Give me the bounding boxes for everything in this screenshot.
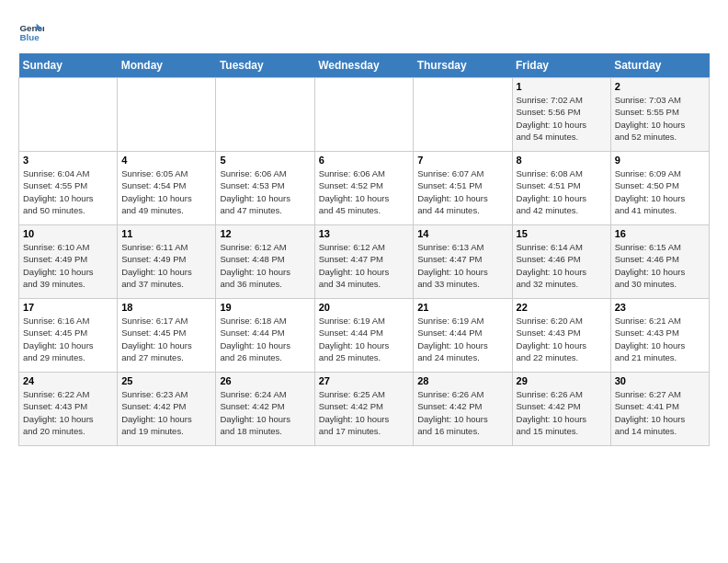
day-number: 18: [121, 302, 211, 313]
week-row-4: 17Sunrise: 6:16 AM Sunset: 4:45 PM Dayli…: [19, 299, 710, 373]
day-info: Sunrise: 6:19 AM Sunset: 4:44 PM Dayligh…: [417, 315, 507, 363]
day-info: Sunrise: 6:17 AM Sunset: 4:45 PM Dayligh…: [121, 315, 211, 363]
day-number: 7: [417, 155, 507, 166]
day-cell: 8Sunrise: 6:08 AM Sunset: 4:51 PM Daylig…: [512, 152, 610, 225]
day-info: Sunrise: 6:26 AM Sunset: 4:42 PM Dayligh…: [417, 388, 507, 437]
day-number: 11: [121, 228, 211, 239]
day-info: Sunrise: 7:02 AM Sunset: 5:56 PM Dayligh…: [517, 94, 607, 143]
day-info: Sunrise: 6:06 AM Sunset: 4:53 PM Dayligh…: [220, 167, 310, 216]
day-cell: [118, 78, 216, 152]
day-cell: 16Sunrise: 6:15 AM Sunset: 4:46 PM Dayli…: [610, 225, 709, 299]
day-number: 25: [121, 375, 211, 386]
day-info: Sunrise: 6:16 AM Sunset: 4:45 PM Dayligh…: [23, 315, 113, 363]
column-header-tuesday: Tuesday: [216, 53, 314, 78]
header-row: SundayMondayTuesdayWednesdayThursdayFrid…: [19, 53, 710, 78]
day-cell: [314, 78, 414, 152]
day-cell: 11Sunrise: 6:11 AM Sunset: 4:49 PM Dayli…: [118, 225, 216, 299]
day-cell: 19Sunrise: 6:18 AM Sunset: 4:44 PM Dayli…: [216, 299, 314, 373]
day-cell: 22Sunrise: 6:20 AM Sunset: 4:43 PM Dayli…: [512, 299, 610, 373]
day-info: Sunrise: 6:09 AM Sunset: 4:50 PM Dayligh…: [615, 167, 705, 216]
page-header: General Blue: [18, 18, 710, 44]
day-number: 23: [615, 302, 705, 313]
day-info: Sunrise: 6:08 AM Sunset: 4:51 PM Dayligh…: [517, 167, 607, 216]
day-cell: 15Sunrise: 6:14 AM Sunset: 4:46 PM Dayli…: [512, 225, 610, 299]
day-cell: 23Sunrise: 6:21 AM Sunset: 4:43 PM Dayli…: [610, 299, 709, 373]
day-cell: [414, 78, 512, 152]
day-number: 20: [319, 302, 410, 313]
day-cell: 12Sunrise: 6:12 AM Sunset: 4:48 PM Dayli…: [216, 225, 314, 299]
day-number: 22: [517, 302, 607, 313]
day-cell: 18Sunrise: 6:17 AM Sunset: 4:45 PM Dayli…: [118, 299, 216, 373]
day-cell: 5Sunrise: 6:06 AM Sunset: 4:53 PM Daylig…: [216, 152, 314, 225]
day-cell: 21Sunrise: 6:19 AM Sunset: 4:44 PM Dayli…: [414, 299, 512, 373]
day-cell: [19, 78, 118, 152]
calendar-table: SundayMondayTuesdayWednesdayThursdayFrid…: [18, 53, 710, 446]
day-cell: 25Sunrise: 6:23 AM Sunset: 4:42 PM Dayli…: [118, 373, 216, 446]
day-cell: 13Sunrise: 6:12 AM Sunset: 4:47 PM Dayli…: [314, 225, 414, 299]
day-number: 8: [517, 155, 607, 166]
day-number: 4: [121, 155, 211, 166]
column-header-friday: Friday: [512, 53, 610, 78]
column-header-thursday: Thursday: [414, 53, 512, 78]
week-row-2: 3Sunrise: 6:04 AM Sunset: 4:55 PM Daylig…: [19, 152, 710, 225]
day-cell: 28Sunrise: 6:26 AM Sunset: 4:42 PM Dayli…: [414, 373, 512, 446]
day-info: Sunrise: 6:21 AM Sunset: 4:43 PM Dayligh…: [615, 315, 705, 363]
day-number: 10: [23, 228, 113, 239]
day-cell: 3Sunrise: 6:04 AM Sunset: 4:55 PM Daylig…: [19, 152, 118, 225]
day-number: 5: [220, 155, 310, 166]
day-cell: 2Sunrise: 7:03 AM Sunset: 5:55 PM Daylig…: [610, 78, 709, 152]
day-cell: 20Sunrise: 6:19 AM Sunset: 4:44 PM Dayli…: [314, 299, 414, 373]
day-number: 14: [417, 228, 507, 239]
day-cell: 14Sunrise: 6:13 AM Sunset: 4:47 PM Dayli…: [414, 225, 512, 299]
day-number: 1: [517, 81, 607, 92]
day-cell: 7Sunrise: 6:07 AM Sunset: 4:51 PM Daylig…: [414, 152, 512, 225]
day-number: 30: [615, 375, 705, 386]
day-cell: 26Sunrise: 6:24 AM Sunset: 4:42 PM Dayli…: [216, 373, 314, 446]
day-info: Sunrise: 6:10 AM Sunset: 4:49 PM Dayligh…: [23, 241, 113, 290]
day-info: Sunrise: 6:13 AM Sunset: 4:47 PM Dayligh…: [417, 241, 507, 290]
column-header-sunday: Sunday: [19, 53, 118, 78]
day-cell: 9Sunrise: 6:09 AM Sunset: 4:50 PM Daylig…: [610, 152, 709, 225]
column-header-saturday: Saturday: [610, 53, 709, 78]
svg-text:Blue: Blue: [19, 32, 40, 42]
logo: General Blue: [18, 18, 48, 44]
day-info: Sunrise: 6:06 AM Sunset: 4:52 PM Dayligh…: [319, 167, 410, 216]
day-info: Sunrise: 6:23 AM Sunset: 4:42 PM Dayligh…: [121, 388, 211, 437]
day-cell: 30Sunrise: 6:27 AM Sunset: 4:41 PM Dayli…: [610, 373, 709, 446]
day-info: Sunrise: 6:25 AM Sunset: 4:42 PM Dayligh…: [319, 388, 410, 437]
column-header-monday: Monday: [118, 53, 216, 78]
day-info: Sunrise: 6:20 AM Sunset: 4:43 PM Dayligh…: [517, 315, 607, 363]
day-number: 15: [517, 228, 607, 239]
day-cell: 10Sunrise: 6:10 AM Sunset: 4:49 PM Dayli…: [19, 225, 118, 299]
day-cell: 17Sunrise: 6:16 AM Sunset: 4:45 PM Dayli…: [19, 299, 118, 373]
day-number: 19: [220, 302, 310, 313]
day-number: 3: [23, 155, 113, 166]
day-cell: 6Sunrise: 6:06 AM Sunset: 4:52 PM Daylig…: [314, 152, 414, 225]
day-info: Sunrise: 6:04 AM Sunset: 4:55 PM Dayligh…: [23, 167, 113, 216]
day-info: Sunrise: 6:07 AM Sunset: 4:51 PM Dayligh…: [417, 167, 507, 216]
day-cell: 27Sunrise: 6:25 AM Sunset: 4:42 PM Dayli…: [314, 373, 414, 446]
day-number: 27: [319, 375, 410, 386]
day-cell: 1Sunrise: 7:02 AM Sunset: 5:56 PM Daylig…: [512, 78, 610, 152]
week-row-5: 24Sunrise: 6:22 AM Sunset: 4:43 PM Dayli…: [19, 373, 710, 446]
day-info: Sunrise: 6:24 AM Sunset: 4:42 PM Dayligh…: [220, 388, 310, 437]
logo-icon: General Blue: [18, 18, 44, 44]
day-info: Sunrise: 6:05 AM Sunset: 4:54 PM Dayligh…: [121, 167, 211, 216]
day-number: 24: [23, 375, 113, 386]
day-info: Sunrise: 6:14 AM Sunset: 4:46 PM Dayligh…: [517, 241, 607, 290]
week-row-1: 1Sunrise: 7:02 AM Sunset: 5:56 PM Daylig…: [19, 78, 710, 152]
day-info: Sunrise: 6:26 AM Sunset: 4:42 PM Dayligh…: [517, 388, 607, 437]
day-info: Sunrise: 6:12 AM Sunset: 4:47 PM Dayligh…: [319, 241, 410, 290]
day-number: 29: [517, 375, 607, 386]
week-row-3: 10Sunrise: 6:10 AM Sunset: 4:49 PM Dayli…: [19, 225, 710, 299]
day-cell: [216, 78, 314, 152]
day-number: 6: [319, 155, 410, 166]
day-info: Sunrise: 6:27 AM Sunset: 4:41 PM Dayligh…: [615, 388, 705, 437]
day-info: Sunrise: 6:22 AM Sunset: 4:43 PM Dayligh…: [23, 388, 113, 437]
day-number: 16: [615, 228, 705, 239]
day-number: 13: [319, 228, 410, 239]
day-number: 2: [615, 81, 705, 92]
day-cell: 24Sunrise: 6:22 AM Sunset: 4:43 PM Dayli…: [19, 373, 118, 446]
column-header-wednesday: Wednesday: [314, 53, 414, 78]
day-number: 21: [417, 302, 507, 313]
